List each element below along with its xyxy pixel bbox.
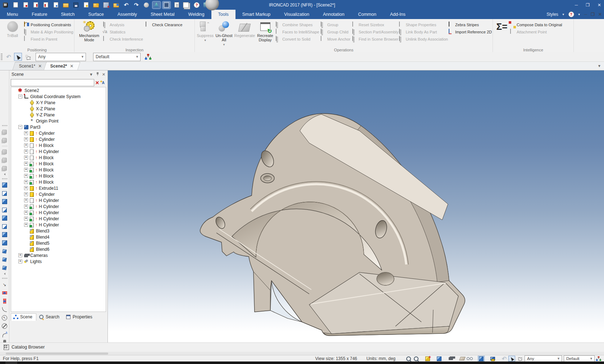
status-tool-button[interactable] <box>489 356 496 361</box>
tree-expander[interactable] <box>24 149 28 153</box>
quick-access-button[interactable]: ? <box>193 1 201 9</box>
status-tool-button[interactable] <box>459 356 466 361</box>
tree-item[interactable]: ↑ H Block <box>11 179 106 185</box>
tree-expander[interactable] <box>24 217 28 221</box>
quick-access-button[interactable] <box>72 1 80 9</box>
status-tool-button[interactable] <box>497 356 500 361</box>
tree-expander[interactable] <box>18 95 22 98</box>
palette-tool-button[interactable] <box>1 173 8 176</box>
status-select-button[interactable] <box>508 356 515 361</box>
section-part-button[interactable]: Section Part/Assembly <box>352 28 399 36</box>
tree-item[interactable]: ↑ Lights <box>11 258 106 264</box>
analysis-button[interactable]: Analysis <box>102 21 145 28</box>
faces-intellishape-button[interactable]: Faces to IntelliShape <box>275 28 320 36</box>
palette-tool-button[interactable] <box>1 165 8 172</box>
ribbon-restore-icon[interactable]: ❐ <box>591 12 595 17</box>
palette-tool-button[interactable] <box>1 281 8 288</box>
tree-expander[interactable] <box>18 125 22 129</box>
ribbon-tab[interactable]: Sheet Metal <box>144 10 182 19</box>
tree-item[interactable]: ↑ H Cylinder <box>11 209 106 216</box>
quick-access-button[interactable] <box>52 1 60 9</box>
palette-tool-button[interactable] <box>1 223 8 230</box>
status-tool-button[interactable] <box>436 356 443 361</box>
toolbar-grip[interactable] <box>1 54 3 60</box>
tree-expander[interactable] <box>24 204 28 208</box>
catalog-browser-button[interactable]: Catalog Browser <box>0 343 604 351</box>
quick-access-button[interactable] <box>22 1 29 9</box>
tree-item[interactable]: ↑ Part3 <box>11 124 106 130</box>
quick-access-button[interactable]: ▼ <box>183 1 191 9</box>
tab-close-icon[interactable]: ✕ <box>38 64 42 69</box>
tree-item[interactable]: ↑ H Cylinder <box>11 197 106 203</box>
ribbon-tab[interactable]: Smart Markup <box>235 10 278 19</box>
quick-access-button[interactable] <box>42 1 50 9</box>
quick-access-button[interactable] <box>82 1 90 9</box>
tree-item[interactable]: ↑ Cylinder <box>11 136 106 142</box>
tree-expander[interactable] <box>24 223 28 227</box>
quick-access-button[interactable] <box>92 1 100 9</box>
suppress-button[interactable]: ⌃ Suppress▼ <box>196 20 214 43</box>
select-tool-button[interactable] <box>14 53 22 61</box>
import-reference-2d-button[interactable]: Import Reference 2D <box>448 28 492 36</box>
document-tab[interactable]: Scene2*✕ <box>44 62 81 70</box>
quick-access-button[interactable] <box>173 1 180 9</box>
ribbon-tab[interactable]: Assembly <box>111 10 144 19</box>
move-anchor-button[interactable]: Move Anchor <box>320 36 351 43</box>
palette-tool-button[interactable] <box>1 322 8 330</box>
help-caret-icon[interactable]: ▼ <box>578 13 581 16</box>
panel-tab[interactable]: Search <box>36 313 63 321</box>
ribbon-tab[interactable]: Menu <box>0 10 25 19</box>
compose-data-button[interactable]: Compose Data to Original <box>509 21 562 28</box>
tree-item[interactable]: ↑ Blend3 <box>11 228 106 234</box>
tree-expander[interactable] <box>24 156 28 160</box>
attachment-point-button[interactable]: Attachment Point <box>509 28 562 36</box>
tree-expander[interactable] <box>24 174 28 178</box>
palette-tool-button[interactable] <box>1 272 8 275</box>
selection-filter-combo[interactable]: Any▼ <box>36 53 86 61</box>
tree-item[interactable]: ↑ H Block <box>11 167 106 173</box>
help-icon[interactable]: ? <box>568 11 574 17</box>
tree-item[interactable]: ↑ Cylinder <box>11 191 106 197</box>
tree-item[interactable]: ↑ Scene2 <box>11 87 106 93</box>
palette-tool-button[interactable] <box>1 264 8 271</box>
quick-access-button[interactable] <box>152 1 160 9</box>
tree-item[interactable]: ↑ X-Y Plane <box>11 100 106 106</box>
tree-expander[interactable] <box>24 211 28 215</box>
quick-access-button[interactable] <box>62 1 70 9</box>
ribbon-tab[interactable]: Welding <box>182 10 211 19</box>
tree-item[interactable]: ↑ Origin Point <box>11 118 106 124</box>
rect-select-button[interactable] <box>23 53 31 61</box>
palette-tool-button[interactable] <box>1 298 8 305</box>
convert-solid-button[interactable]: Convert to Solid <box>275 36 320 43</box>
tab-overflow-icon[interactable]: ▼ <box>598 64 601 68</box>
tree-item[interactable]: ↑ H Cylinder <box>11 222 106 228</box>
statistics-button[interactable]: √a Statistics <box>102 28 145 36</box>
palette-tool-button[interactable] <box>1 181 8 189</box>
tree-expander[interactable] <box>18 259 22 263</box>
positioning-constraints-button[interactable]: Positioning Constraints <box>23 21 73 28</box>
palette-tool-button[interactable] <box>1 190 8 197</box>
tab-close-icon[interactable]: ✕ <box>70 64 74 69</box>
status-tool-button[interactable] <box>466 356 473 361</box>
palette-tool-button[interactable] <box>1 215 8 222</box>
configuration-combo[interactable]: Default▼ <box>93 53 141 61</box>
palette-tool-button[interactable] <box>1 306 8 313</box>
palette-tool-button[interactable] <box>1 124 8 127</box>
triball-button[interactable]: TriBall <box>1 20 23 38</box>
tree-item[interactable]: ↑ H Cylinder <box>11 148 106 155</box>
scene-browser-toggle-button[interactable] <box>144 53 152 61</box>
check-interference-button[interactable]: Check Interference <box>102 36 145 43</box>
styles-menu[interactable]: Styles <box>546 12 558 17</box>
tree-item[interactable]: ↑ H Block <box>11 173 106 179</box>
panel-menu-icon[interactable]: ▼ <box>89 72 93 77</box>
quick-access-button[interactable]: ↷ <box>132 1 140 9</box>
check-clearance-button[interactable]: Check Clearance <box>145 21 182 28</box>
group-child-button[interactable]: Group Child <box>320 28 351 36</box>
tree-item[interactable]: ↑ H Block <box>11 155 106 161</box>
tree-expander[interactable] <box>24 162 28 166</box>
clear-filter-icon[interactable]: ✕ <box>95 80 99 86</box>
unlink-body-button[interactable]: Unlink Body Association <box>398 36 448 43</box>
fixed-in-parent-button[interactable]: Fixed in Parent <box>23 36 73 43</box>
tree-expander[interactable] <box>24 137 28 141</box>
tree-item[interactable]: ↑ Blend6 <box>11 246 106 252</box>
